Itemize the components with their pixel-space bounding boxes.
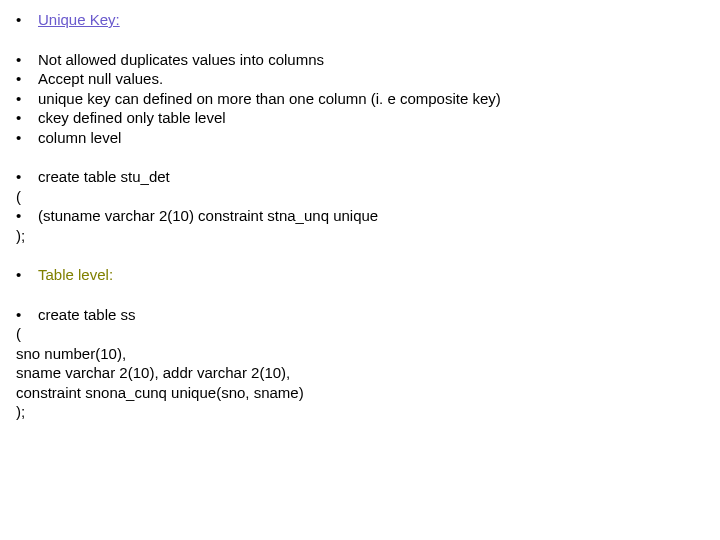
code-line: sno number(10), xyxy=(14,344,706,364)
bullet-icon: • xyxy=(14,206,38,226)
bullet-icon: • xyxy=(14,69,38,89)
list-item: • Accept null values. xyxy=(14,69,706,89)
code-text: constraint snona_cunq unique(sno, sname) xyxy=(16,384,304,401)
rule-text: column level xyxy=(38,128,706,148)
paren-close: ); xyxy=(16,403,25,420)
code-line: constraint snona_cunq unique(sno, sname) xyxy=(14,383,706,403)
code-line: sname varchar 2(10), addr varchar 2(10), xyxy=(14,363,706,383)
rule-text: ckey defined only table level xyxy=(38,108,706,128)
code-text: create table ss xyxy=(38,305,706,325)
rule-text: Not allowed duplicates values into colum… xyxy=(38,50,706,70)
sub-heading-text: Table level: xyxy=(38,265,706,285)
bullet-icon: • xyxy=(14,50,38,70)
bullet-icon: • xyxy=(14,89,38,109)
code-text: sname varchar 2(10), addr varchar 2(10), xyxy=(16,364,290,381)
sub-heading-row: • Table level: xyxy=(14,265,706,285)
code-text: create table stu_det xyxy=(38,167,706,187)
bullet-icon: • xyxy=(14,305,38,325)
code-line: ); xyxy=(14,226,706,246)
code-line: • (stuname varchar 2(10) constraint stna… xyxy=(14,206,706,226)
code-line: • create table stu_det xyxy=(14,167,706,187)
bullet-icon: • xyxy=(14,265,38,285)
code-line: ); xyxy=(14,402,706,422)
rule-text: unique key can defined on more than one … xyxy=(38,89,706,109)
code-line: ( xyxy=(14,187,706,207)
paren-open: ( xyxy=(16,325,21,342)
paren-close: ); xyxy=(16,227,25,244)
code-line: ( xyxy=(14,324,706,344)
heading-text: Unique Key: xyxy=(38,10,706,30)
list-item: • Not allowed duplicates values into col… xyxy=(14,50,706,70)
slide-content: • Unique Key: • Not allowed duplicates v… xyxy=(0,0,720,432)
bullet-icon: • xyxy=(14,10,38,30)
code-text: sno number(10), xyxy=(16,345,126,362)
list-item: • ckey defined only table level xyxy=(14,108,706,128)
code-text: (stuname varchar 2(10) constraint stna_u… xyxy=(38,206,706,226)
bullet-icon: • xyxy=(14,167,38,187)
rule-text: Accept null values. xyxy=(38,69,706,89)
paren-open: ( xyxy=(16,188,21,205)
bullet-icon: • xyxy=(14,108,38,128)
list-item: • column level xyxy=(14,128,706,148)
code-line: • create table ss xyxy=(14,305,706,325)
list-item: • unique key can defined on more than on… xyxy=(14,89,706,109)
bullet-icon: • xyxy=(14,128,38,148)
heading-row: • Unique Key: xyxy=(14,10,706,30)
